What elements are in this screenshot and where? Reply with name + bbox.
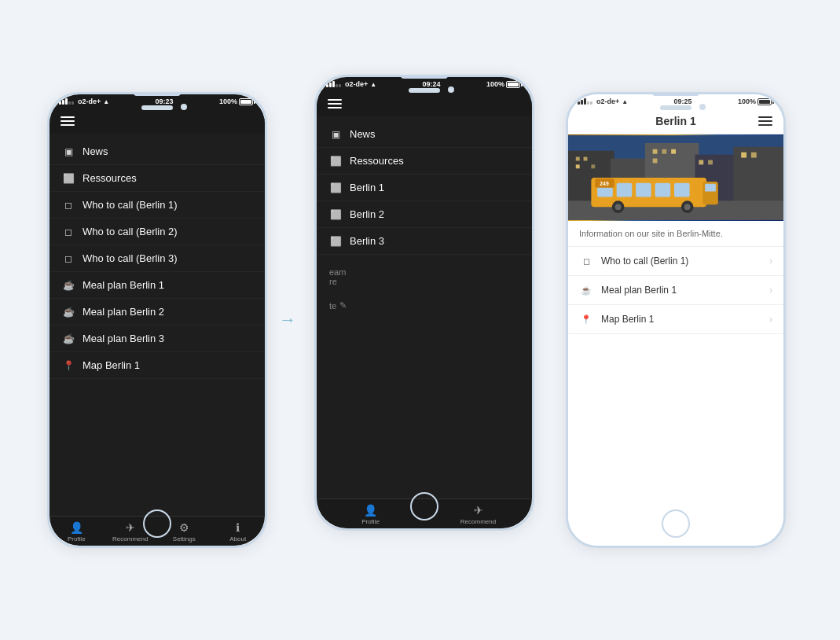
phone-2-home[interactable] (410, 492, 438, 520)
phone-3-carrier: o2-de+ (596, 97, 619, 105)
menu-item-meal2[interactable]: ☕ Meal plan Berlin 2 (50, 299, 265, 326)
svg-rect-15 (708, 160, 713, 164)
p2-menu-news[interactable]: ▣ News (317, 121, 532, 148)
phone-2-camera (448, 86, 454, 93)
svg-text:249: 249 (600, 181, 609, 186)
svg-point-28 (615, 204, 622, 210)
tab-settings-label: Settings (173, 535, 196, 543)
phone-3-header: Berlin 1 (568, 109, 783, 134)
scene: o2-de+ ▲ 09:23 100% (0, 0, 840, 640)
phone-1-speaker (141, 105, 173, 110)
tab-about[interactable]: ℹ About (211, 520, 266, 544)
p2-berlin2-label: Berlin 2 (350, 208, 384, 220)
phone-1-wifi: ▲ (103, 98, 109, 105)
phone-1-hamburger[interactable] (61, 116, 75, 126)
phone-2-hamburger[interactable] (328, 99, 342, 109)
p3-map-icon: 📍 (579, 314, 593, 325)
p2-menu-berlin1[interactable]: ⬜ Berlin 1 (317, 175, 532, 201)
phone-1: o2-de+ ▲ 09:23 100% (47, 92, 267, 548)
phone-3-battery-text: 100% (738, 97, 756, 105)
menu-item-news[interactable]: ▣ News (50, 138, 265, 165)
phone-3-signal (578, 98, 592, 105)
recommend-tab-icon: ✈ (126, 521, 135, 534)
p3-item-who[interactable]: ◻ Who to call (Berlin 1) › (568, 247, 783, 276)
svg-rect-9 (591, 164, 595, 168)
phone-2-battery-icon (506, 81, 523, 88)
menu-label-meal2: Meal plan Berlin 2 (83, 306, 164, 318)
phone-2-speaker (409, 88, 440, 93)
p2-menu-ressources[interactable]: ⬜ Ressources (317, 148, 532, 175)
menu-item-meal1[interactable]: ☕ Meal plan Berlin 1 (50, 272, 265, 299)
p3-meal-label: Meal plan Berlin 1 (601, 285, 769, 296)
phone-2-time: 09:24 (423, 80, 441, 88)
menu-item-ressources[interactable]: ⬜ Ressources (50, 165, 265, 192)
tab-profile[interactable]: 👤 Profile (50, 520, 104, 544)
who1-doc-icon: ◻ (62, 200, 75, 211)
p2-recommend-icon: ✈ (474, 504, 483, 517)
phone-1-carrier: o2-de+ (78, 97, 101, 105)
p2-menu-berlin2[interactable]: ⬜ Berlin 2 (317, 201, 532, 228)
phone-2-battery-text: 100% (486, 80, 504, 88)
p3-item-meal[interactable]: ☕ Meal plan Berlin 1 › (568, 276, 783, 305)
menu-item-who-berlin2[interactable]: ◻ Who to call (Berlin 2) (50, 219, 265, 245)
news-doc-icon: ▣ (62, 146, 75, 157)
phone-3-camera (699, 104, 706, 110)
menu-item-meal3[interactable]: ☕ Meal plan Berlin 3 (50, 326, 265, 352)
svg-rect-7 (584, 157, 588, 161)
phone-3-time: 09:25 (674, 97, 692, 105)
menu-item-who-berlin3[interactable]: ◻ Who to call (Berlin 3) (50, 245, 265, 272)
svg-rect-21 (617, 183, 633, 197)
phone-3-home[interactable] (662, 509, 690, 538)
p3-who-label: Who to call (Berlin 1) (601, 256, 769, 267)
menu-label-who3: Who to call (Berlin 3) (83, 252, 178, 264)
map1-pin-icon: 📍 (62, 360, 75, 371)
svg-rect-22 (636, 183, 651, 197)
p2-tab-profile[interactable]: 👤 Profile (317, 502, 424, 527)
p2-berlin1-icon: ⬜ (329, 182, 342, 193)
p2-tab-profile-label: Profile (361, 518, 380, 525)
phone-1-home[interactable] (143, 509, 171, 538)
p2-tab-recommend[interactable]: ✈ Recommend (424, 502, 532, 527)
p2-menu-berlin3[interactable]: ⬜ Berlin 3 (317, 228, 532, 255)
phone-1-camera (181, 104, 187, 110)
menu-item-who-berlin1[interactable]: ◻ Who to call (Berlin 1) (50, 192, 265, 219)
tab-profile-label: Profile (68, 535, 86, 543)
phone-1-signal (59, 98, 74, 105)
phone-2-content: ▣ News ⬜ Ressources ⬜ Berlin 1 ⬜ Berlin … (317, 91, 532, 498)
svg-rect-13 (653, 159, 658, 164)
phone-2-header (317, 91, 532, 116)
ressources-folder-icon: ⬜ (62, 173, 75, 184)
tab-recommend-label: Recommend (112, 535, 148, 543)
phone-2-menu: ▣ News ⬜ Ressources ⬜ Berlin 1 ⬜ Berlin … (317, 116, 532, 259)
p2-berlin3-label: Berlin 3 (350, 235, 384, 247)
meal2-icon: ☕ (62, 307, 75, 318)
phone-3-hamburger[interactable] (758, 116, 772, 126)
p3-map-chevron: › (769, 314, 772, 325)
phone-1-battery-text: 100% (219, 97, 237, 105)
phone-3-speaker (660, 105, 691, 110)
menu-item-map1[interactable]: 📍 Map Berlin 1 (50, 352, 265, 379)
phone-2-wifi: ▲ (370, 81, 376, 88)
p3-item-map[interactable]: 📍 Map Berlin 1 › (568, 305, 783, 334)
svg-rect-24 (674, 183, 690, 197)
p3-who-chevron: › (769, 256, 772, 267)
p2-berlin1-label: Berlin 1 (350, 182, 384, 193)
menu-label-ressources: Ressources (83, 172, 137, 184)
profile-tab-icon: 👤 (70, 521, 83, 534)
svg-rect-6 (576, 157, 580, 161)
phone-3-battery-icon (757, 98, 774, 105)
menu-label-map1: Map Berlin 1 (83, 359, 140, 371)
phone-3-title: Berlin 1 (655, 115, 695, 127)
phone-1-battery-icon (239, 98, 255, 105)
settings-tab-icon: ⚙ (179, 521, 189, 534)
svg-rect-17 (751, 153, 757, 158)
phone-2-signal (326, 81, 341, 87)
svg-rect-8 (576, 164, 580, 168)
phone-1-menu: ▣ News ⬜ Ressources ◻ Who to call (Berli… (50, 134, 265, 384)
menu-label-meal3: Meal plan Berlin 3 (83, 333, 164, 344)
p2-berlin3-icon: ⬜ (329, 236, 342, 247)
p2-ressources-label: Ressources (350, 155, 404, 167)
who3-doc-icon: ◻ (62, 253, 75, 264)
p2-news-label: News (350, 128, 376, 140)
phone-3-hero-image: 249 (568, 134, 783, 221)
